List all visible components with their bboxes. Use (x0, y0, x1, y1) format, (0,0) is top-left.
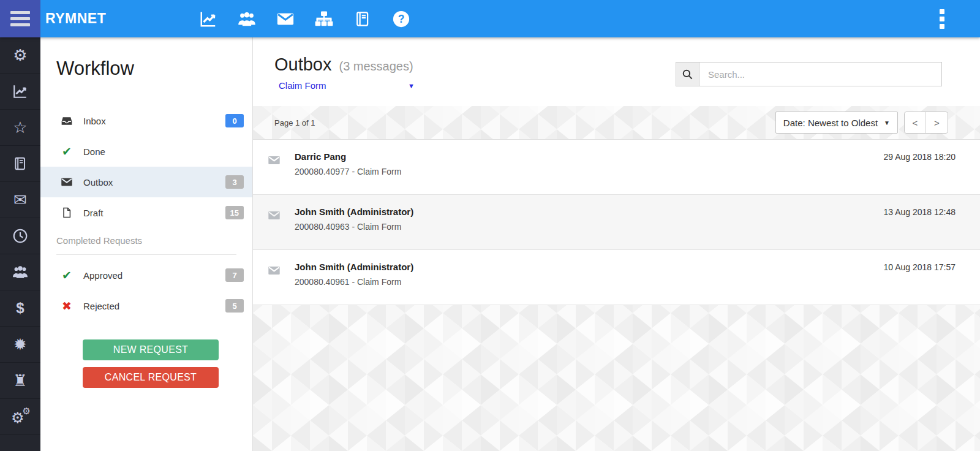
list-toolbar: Page 1 of 1 Date: Newest to Oldest ▼ < > (253, 106, 980, 140)
help-icon[interactable]: ? (392, 10, 410, 28)
rail-item-castle[interactable]: ♜ (0, 363, 40, 399)
check-icon: ✔ (60, 145, 74, 158)
outbox-count-badge: 3 (225, 175, 244, 189)
sidebar-item-done[interactable]: ✔ Done (40, 136, 252, 167)
top-app-bar: RYMNET (0, 0, 980, 37)
rail-item-mail[interactable]: ✉ (0, 182, 40, 218)
rail-item-settings[interactable]: ⚙ (0, 37, 40, 74)
envelope-icon (268, 264, 281, 278)
form-filter-value: Claim Form (279, 80, 326, 91)
message-row[interactable]: Darric Pang 200080.40977 - Claim Form 29… (253, 140, 980, 195)
search-button[interactable] (676, 62, 699, 86)
users-icon[interactable] (238, 10, 256, 28)
page-status: Page 1 of 1 (274, 118, 315, 127)
overflow-menu-icon[interactable] (940, 9, 944, 29)
cancel-request-button[interactable]: CANCEL REQUEST (83, 367, 219, 388)
rail-item-people[interactable] (0, 254, 40, 290)
draft-count-badge: 15 (225, 206, 244, 219)
book-icon (12, 156, 28, 172)
cross-icon: ✖ (60, 299, 74, 313)
sidebar-item-rejected[interactable]: ✖ Rejected 5 (40, 290, 252, 321)
chevron-down-icon: ▼ (884, 119, 890, 126)
message-row[interactable]: John Smith (Administrator) 200080.40963 … (253, 195, 980, 250)
svg-text:?: ? (398, 13, 405, 25)
sidebar-item-label: Inbox (83, 116, 225, 126)
sidebar-title: Workflow (56, 58, 252, 80)
inbox-count-badge: 0 (225, 114, 244, 127)
chevron-down-icon: ▼ (408, 82, 415, 89)
sidebar-item-label: Rejected (83, 301, 225, 311)
sidebar-item-label: Outbox (83, 177, 225, 188)
envelope-icon (268, 154, 281, 167)
completed-nav: ✔ Approved 7 ✖ Rejected 5 (40, 260, 252, 321)
search-bar (676, 62, 942, 86)
star-icon: ☆ (13, 119, 27, 135)
rail-item-library[interactable] (0, 146, 40, 182)
chart-line-icon[interactable] (199, 10, 217, 28)
clock-icon (12, 228, 28, 244)
sidebar-item-draft[interactable]: Draft 15 (40, 197, 252, 228)
form-filter-dropdown[interactable]: Claim Form ▼ (279, 80, 415, 91)
sidebar-item-label: Done (83, 146, 244, 157)
check-icon: ✔ (60, 268, 74, 282)
workflow-sidebar: Workflow Inbox 0 ✔ Done Outbox 3 Draft 1… (40, 37, 253, 451)
left-icon-rail: ⚙ ☆ ✉ $ ✹ ♜ ⚙⚙ (0, 37, 40, 451)
book-icon[interactable] (353, 10, 372, 28)
rail-item-history[interactable] (0, 218, 40, 254)
sort-value: Date: Newest to Oldest (783, 118, 878, 128)
rejected-count-badge: 5 (225, 299, 244, 313)
completed-requests-heading: Completed Requests (56, 235, 236, 255)
rail-item-finance[interactable]: $ (0, 290, 40, 327)
sidebar-item-label: Approved (83, 270, 225, 281)
message-subject: 200080.40963 - Claim Form (295, 222, 883, 232)
hamburger-icon (10, 11, 30, 14)
topbar-nav-icons: ? (199, 10, 410, 28)
message-sender: John Smith (Administrator) (295, 207, 883, 217)
rail-item-analytics[interactable] (0, 74, 40, 110)
cogs-icon: ⚙⚙ (11, 408, 29, 425)
rail-item-badge[interactable]: ✹ (0, 327, 40, 363)
approved-count-badge: 7 (225, 268, 244, 282)
sidebar-item-approved[interactable]: ✔ Approved 7 (40, 260, 252, 290)
message-date: 13 Aug 2018 12:48 (883, 195, 956, 249)
sidebar-item-label: Draft (83, 208, 225, 218)
dollar-icon: $ (16, 301, 24, 316)
gear-icon: ⚙ (13, 47, 27, 63)
message-date: 10 Aug 2018 17:57 (883, 250, 956, 305)
sort-dropdown[interactable]: Date: Newest to Oldest ▼ (775, 112, 898, 134)
pagination: < > (904, 112, 948, 134)
page-title: Outbox (274, 55, 332, 75)
rail-item-admin-settings[interactable]: ⚙⚙ (0, 399, 40, 435)
message-count-subtitle: (3 messages) (339, 59, 413, 74)
search-input[interactable] (699, 62, 942, 86)
message-subject: 200080.40977 - Claim Form (295, 167, 883, 176)
sitemap-icon[interactable] (315, 10, 333, 28)
inbox-icon (60, 114, 74, 127)
hamburger-menu-button[interactable] (0, 0, 40, 37)
new-request-button[interactable]: NEW REQUEST (83, 339, 219, 360)
main-content: Outbox (3 messages) Claim Form ▼ Page 1 … (253, 37, 980, 451)
castle-icon: ♜ (13, 373, 27, 388)
app-brand: RYMNET (45, 10, 106, 27)
message-sender: Darric Pang (295, 151, 883, 162)
chart-line-icon (12, 83, 28, 99)
next-page-button[interactable]: > (926, 112, 948, 133)
message-row[interactable]: John Smith (Administrator) 200080.40961 … (253, 250, 980, 305)
envelope-icon (268, 209, 281, 222)
users-icon (12, 264, 28, 280)
envelope-icon (60, 175, 74, 189)
mail-icon[interactable] (276, 10, 295, 28)
sidebar-item-inbox[interactable]: Inbox 0 (40, 105, 252, 136)
message-subject: 200080.40961 - Claim Form (295, 277, 883, 287)
file-icon (60, 206, 74, 219)
search-icon (682, 69, 693, 80)
rail-item-favorites[interactable]: ☆ (0, 110, 40, 146)
prev-page-button[interactable]: < (905, 112, 926, 133)
message-date: 29 Aug 2018 18:20 (883, 140, 956, 194)
request-buttons: NEW REQUEST CANCEL REQUEST (83, 339, 219, 388)
outbox-header: Outbox (3 messages) Claim Form ▼ (253, 37, 980, 106)
message-sender: John Smith (Administrator) (295, 262, 883, 272)
sidebar-item-outbox[interactable]: Outbox 3 (40, 167, 252, 197)
workflow-nav: Inbox 0 ✔ Done Outbox 3 Draft 15 (40, 105, 252, 228)
envelope-icon: ✉ (13, 192, 27, 208)
